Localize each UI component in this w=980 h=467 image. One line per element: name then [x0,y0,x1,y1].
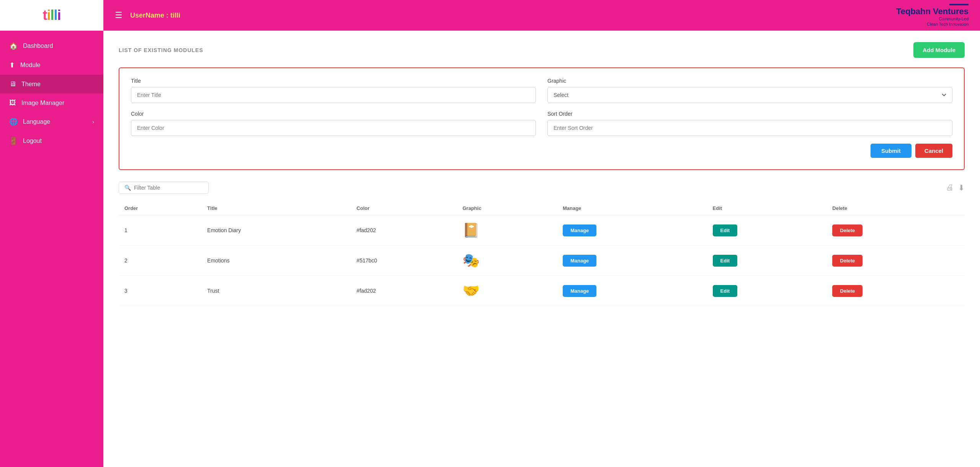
col-color: Color [351,202,457,215]
sidebar-item-logout[interactable]: 🚪 Logout [0,131,103,151]
logout-icon: 🚪 [9,137,18,145]
search-icon: 🔍 [124,185,131,191]
cancel-button[interactable]: Cancel [915,144,952,158]
page-header: LIST OF EXISTING MODULES Add Module [119,42,965,58]
manage-button[interactable]: Manage [563,285,596,297]
col-title: Title [201,202,351,215]
title-group: Title [131,78,536,103]
cell-color: #517bc0 [351,246,457,276]
add-module-button[interactable]: Add Module [913,42,965,58]
col-graphic: Graphic [457,202,557,215]
cell-delete: Delete [826,246,965,276]
cell-title: Trust [201,276,351,306]
delete-button[interactable]: Delete [832,255,862,267]
manage-button[interactable]: Manage [563,224,596,236]
cell-edit: Edit [707,276,827,306]
table-body: 1 Emotion Diary #fad202 📔 Manage Edit De… [119,215,965,306]
graphic-label: Graphic [547,78,952,84]
delete-button[interactable]: Delete [832,285,862,297]
sidebar-item-label: Logout [23,138,42,144]
table-row: 1 Emotion Diary #fad202 📔 Manage Edit De… [119,215,965,246]
theme-icon: 🖥 [9,80,16,88]
chevron-right-icon: › [92,119,94,125]
top-header: tilli ☰ UserName : tilli Teqbahn Venture… [0,0,980,31]
cell-order: 1 [119,215,201,246]
cell-graphic: 🤝 [457,276,557,306]
cell-color: #fad202 [351,276,457,306]
graphic-emoji: 🎭 [462,252,480,268]
sidebar-item-dashboard[interactable]: 🏠 Dashboard [0,36,103,56]
page-title: LIST OF EXISTING MODULES [119,47,203,53]
cell-title: Emotion Diary [201,215,351,246]
cell-manage: Manage [557,215,707,246]
color-group: Color [131,111,536,136]
form-row-2: Color Sort Order [131,111,952,136]
download-icon[interactable]: ⬇ [958,183,965,192]
cell-edit: Edit [707,215,827,246]
cell-color: #fad202 [351,215,457,246]
filter-input[interactable] [134,185,203,191]
table-actions: 🖨 ⬇ [946,183,965,192]
layout: 🏠 Dashboard ⬆ Module 🖥 Theme 🖼 Image Man… [0,31,980,467]
sidebar-item-theme[interactable]: 🖥 Theme [0,75,103,93]
cell-graphic: 📔 [457,215,557,246]
cell-delete: Delete [826,276,965,306]
sort-order-input[interactable] [547,120,952,136]
sort-order-group: Sort Order [547,111,952,136]
cell-manage: Manage [557,276,707,306]
sidebar: 🏠 Dashboard ⬆ Module 🖥 Theme 🖼 Image Man… [0,31,103,467]
home-icon: 🏠 [9,42,18,50]
col-delete: Delete [826,202,965,215]
graphic-emoji: 🤝 [462,283,480,298]
graphic-select[interactable]: Select [547,87,952,103]
sidebar-item-label: Dashboard [23,43,53,49]
username-display: UserName : tilli [130,11,180,20]
cell-title: Emotions [201,246,351,276]
data-table: Order Title Color Graphic Manage Edit De… [119,202,965,306]
brand-name: Teqbahn Ventures [896,7,969,16]
cell-manage: Manage [557,246,707,276]
hamburger-icon[interactable]: ☰ [115,10,122,20]
edit-button[interactable]: Edit [713,255,738,267]
cell-order: 3 [119,276,201,306]
color-input[interactable] [131,120,536,136]
delete-button[interactable]: Delete [832,224,862,236]
table-row: 2 Emotions #517bc0 🎭 Manage Edit Delete [119,246,965,276]
title-input[interactable] [131,87,536,103]
manage-button[interactable]: Manage [563,255,596,267]
form-panel: Title Graphic Select Color Sort Order [119,67,965,170]
form-row-1: Title Graphic Select [131,78,952,103]
col-order: Order [119,202,201,215]
sort-order-label: Sort Order [547,111,952,117]
brand-bar [949,4,969,5]
filter-input-wrap: 🔍 [119,182,209,194]
edit-button[interactable]: Edit [713,285,738,297]
color-label: Color [131,111,536,117]
edit-button[interactable]: Edit [713,224,738,236]
submit-button[interactable]: Submit [871,144,911,158]
title-label: Title [131,78,536,84]
sidebar-item-label: Module [20,62,40,69]
sidebar-item-label: Image Manager [21,100,64,107]
print-icon[interactable]: 🖨 [946,183,954,192]
header-left: tilli ☰ UserName : tilli [11,0,180,31]
tilli-logo: tilli [42,7,60,23]
brand-logo: Teqbahn Ventures Community-Led Clean Tec… [896,4,969,27]
cell-delete: Delete [826,215,965,246]
main-content: LIST OF EXISTING MODULES Add Module Titl… [103,31,980,467]
col-edit: Edit [707,202,827,215]
form-actions: Submit Cancel [131,144,952,158]
sidebar-item-module[interactable]: ⬆ Module [0,56,103,75]
cell-order: 2 [119,246,201,276]
cell-edit: Edit [707,246,827,276]
module-icon: ⬆ [9,61,15,69]
filter-bar: 🔍 🖨 ⬇ [119,182,965,194]
sidebar-item-language[interactable]: 🌐 Language › [0,112,103,131]
sidebar-item-label: Language [23,118,50,125]
graphic-group: Graphic Select [547,78,952,103]
sidebar-item-image-manager[interactable]: 🖼 Image Manager [0,93,103,112]
table-row: 3 Trust #fad202 🤝 Manage Edit Delete [119,276,965,306]
image-manager-icon: 🖼 [9,99,16,107]
graphic-emoji: 📔 [462,222,480,238]
sidebar-item-label: Theme [21,81,41,88]
